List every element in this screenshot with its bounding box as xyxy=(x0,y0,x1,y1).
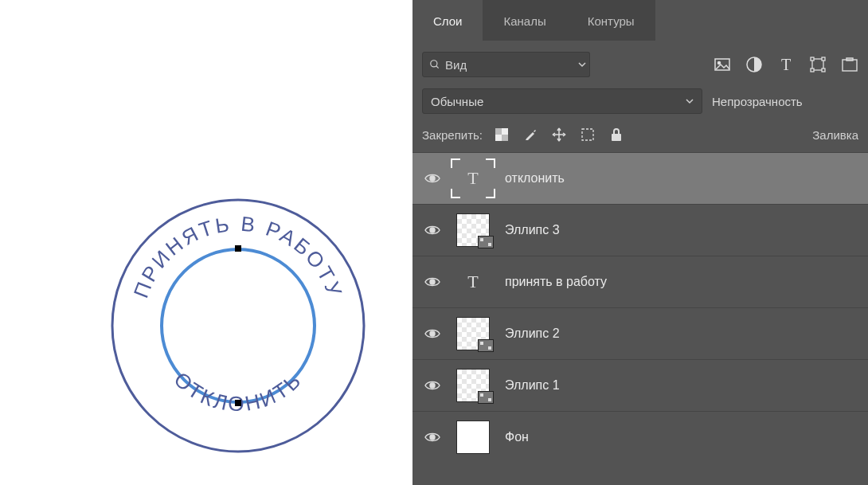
layer-filter-label: Вид xyxy=(445,58,467,72)
filter-image-icon[interactable] xyxy=(714,56,731,73)
blend-mode-row: Обычные Непрозрачность xyxy=(412,84,868,122)
visibility-toggle[interactable] xyxy=(424,173,441,184)
path-anchor-top[interactable] xyxy=(235,245,241,252)
layer-name[interactable]: Эллипс 2 xyxy=(505,327,560,341)
layer-filter-select[interactable]: Вид xyxy=(422,52,578,77)
layer-name[interactable]: Эллипс 1 xyxy=(505,378,560,393)
layer-name[interactable]: Эллипс 3 xyxy=(505,223,560,237)
lock-pixels-icon[interactable] xyxy=(522,127,538,143)
svg-point-24 xyxy=(430,280,435,284)
svg-point-22 xyxy=(430,176,435,181)
svg-rect-13 xyxy=(822,68,825,72)
svg-point-7 xyxy=(718,62,721,65)
tab-paths[interactable]: Контуры xyxy=(567,0,655,41)
chevron-down-icon xyxy=(578,61,586,68)
stamp-artwork: ПРИНЯТЬ В РАБОТУ ОТКЛОНИТЬ xyxy=(107,194,369,457)
svg-rect-20 xyxy=(582,129,593,140)
svg-point-4 xyxy=(431,61,437,67)
blend-mode-value: Обычные xyxy=(431,95,483,108)
opacity-label[interactable]: Непрозрачность xyxy=(712,95,803,108)
lock-position-icon[interactable] xyxy=(551,127,567,143)
visibility-toggle[interactable] xyxy=(424,276,441,287)
layer-name[interactable]: принять в работу xyxy=(505,275,607,289)
lock-label: Закрепить: xyxy=(422,128,483,142)
svg-rect-19 xyxy=(495,135,502,141)
svg-text:ОТКЛОНИТЬ: ОТКЛОНИТЬ xyxy=(170,367,307,416)
layer-row[interactable]: Эллипс 1 xyxy=(412,359,868,411)
search-icon xyxy=(429,59,440,70)
svg-rect-16 xyxy=(495,128,502,135)
stamp-bottom-text: ОТКЛОНИТЬ xyxy=(170,367,307,416)
visibility-toggle[interactable] xyxy=(424,328,441,339)
visibility-toggle[interactable] xyxy=(424,380,441,391)
svg-point-26 xyxy=(430,383,435,388)
layer-row[interactable]: Эллипс 2 xyxy=(412,307,868,359)
layer-row[interactable]: Фон xyxy=(412,411,868,463)
svg-point-23 xyxy=(430,228,435,233)
filter-text-icon[interactable]: T xyxy=(777,56,795,73)
lock-artboard-icon[interactable] xyxy=(580,127,596,143)
layer-name[interactable]: отклонить xyxy=(505,171,565,186)
layer-row[interactable]: Tотклонить xyxy=(412,152,868,204)
panel-tabs: Слои Каналы Контуры xyxy=(412,0,868,41)
path-anchor-bottom[interactable] xyxy=(235,400,241,406)
filter-smart-icon[interactable] xyxy=(841,56,858,73)
layer-list: TотклонитьЭллипс 3Tпринять в работуЭллип… xyxy=(412,152,868,485)
chevron-down-icon xyxy=(686,97,694,105)
filter-shape-icon[interactable] xyxy=(809,56,827,73)
lock-transparent-icon[interactable] xyxy=(494,127,510,143)
blend-mode-select[interactable]: Обычные xyxy=(422,88,702,114)
visibility-toggle[interactable] xyxy=(424,432,441,443)
filter-adjust-icon[interactable] xyxy=(745,56,763,73)
svg-rect-11 xyxy=(822,57,825,61)
svg-point-25 xyxy=(430,331,435,336)
layer-row[interactable]: Tпринять в работу xyxy=(412,256,868,307)
layer-name[interactable]: Фон xyxy=(505,430,529,444)
tab-channels[interactable]: Каналы xyxy=(483,0,566,41)
svg-rect-18 xyxy=(502,128,508,135)
svg-line-5 xyxy=(436,66,439,68)
svg-point-27 xyxy=(430,435,435,440)
lock-all-icon[interactable] xyxy=(608,127,624,143)
svg-rect-17 xyxy=(502,135,508,141)
layer-row[interactable]: Эллипс 3 xyxy=(412,204,868,256)
filter-dropdown-button[interactable] xyxy=(575,52,590,77)
layers-panel: Слои Каналы Контуры Вид T Обычные Непроз… xyxy=(412,0,868,485)
svg-rect-10 xyxy=(811,57,814,61)
visibility-toggle[interactable] xyxy=(424,225,441,236)
canvas-area[interactable]: ПРИНЯТЬ В РАБОТУ ОТКЛОНИТЬ xyxy=(0,0,412,485)
fill-label[interactable]: Заливка xyxy=(812,128,858,142)
svg-rect-21 xyxy=(612,134,621,141)
layer-filter-row: Вид T xyxy=(412,41,868,84)
tab-layers[interactable]: Слои xyxy=(412,0,483,41)
svg-rect-14 xyxy=(843,60,857,71)
lock-row: Закрепить: Заливка xyxy=(412,122,868,152)
svg-rect-12 xyxy=(811,68,814,72)
